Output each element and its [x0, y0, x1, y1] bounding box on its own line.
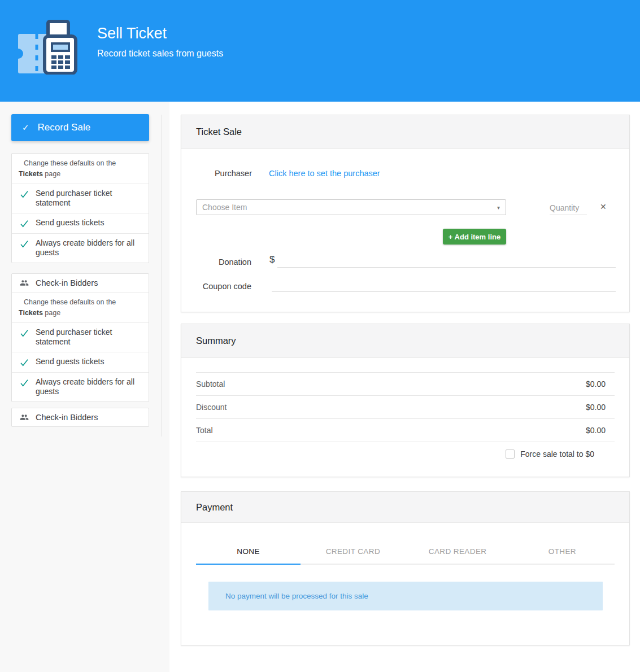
donation-input[interactable]	[277, 254, 616, 268]
list-item[interactable]: Send guests tickets	[12, 352, 149, 372]
summary-title: Summary	[181, 324, 629, 358]
purchaser-label: Purchaser	[181, 169, 252, 178]
choose-item-placeholder: Choose Item	[202, 203, 247, 212]
table-row: Total $0.00	[196, 418, 615, 442]
checkin-bidders-card: Check-in Bidders Change these defaults o…	[11, 273, 149, 402]
payment-title: Payment	[181, 492, 629, 523]
checkin-bidders-card-secondary: Check-in Bidders	[11, 408, 149, 427]
checkin-bidders-header[interactable]: Check-in Bidders	[12, 274, 149, 292]
quantity-input[interactable]	[550, 200, 587, 215]
chevron-down-icon: ▾	[497, 204, 500, 211]
coupon-code-label: Coupon code	[181, 282, 251, 291]
check-icon	[19, 239, 29, 249]
list-item[interactable]: Send purchaser ticket statement	[12, 184, 149, 213]
defaults-note-suffix: page	[43, 170, 60, 178]
list-item[interactable]: Send guests tickets	[12, 213, 149, 233]
no-payment-info-text: No payment will be processed for this sa…	[225, 592, 368, 600]
ticket-sale-title: Ticket Sale	[181, 115, 629, 149]
subtotal-label: Subtotal	[196, 379, 225, 389]
check-icon	[19, 378, 29, 388]
donation-label: Donation	[181, 258, 251, 267]
check-icon	[19, 328, 29, 338]
option-label: Always create bidders for all guests	[36, 377, 143, 397]
option-label: Always create bidders for all guests	[36, 238, 143, 258]
option-label: Send guests tickets	[36, 218, 104, 228]
list-item[interactable]: Always create bidders for all guests	[12, 372, 149, 402]
list-item[interactable]: Send purchaser ticket statement	[12, 322, 149, 352]
table-row: Subtotal $0.00	[196, 372, 615, 395]
no-payment-info-banner: No payment will be processed for this sa…	[208, 582, 603, 610]
table-row: Discount $0.00	[196, 395, 615, 418]
force-zero-checkbox[interactable]	[506, 450, 515, 459]
defaults-note-bold: Tickets	[19, 309, 43, 317]
list-item[interactable]: Always create bidders for all guests	[12, 233, 149, 263]
summary-table: Subtotal $0.00 Discount $0.00 Total $0.0…	[196, 372, 615, 442]
tab-card-reader[interactable]: CARD READER	[406, 539, 510, 564]
checkin-bidders-label: Check-in Bidders	[36, 278, 98, 287]
sidebar-divider	[162, 115, 162, 437]
record-sale-label: Record Sale	[38, 122, 91, 133]
check-icon	[19, 189, 29, 199]
discount-value: $0.00	[586, 403, 615, 412]
payment-tabs: NONE CREDIT CARD CARD READER OTHER	[196, 539, 615, 565]
force-zero-row: Force sale total to $0	[196, 450, 615, 459]
discount-label: Discount	[196, 403, 227, 412]
defaults-note: Change these defaults on the Tickets pag…	[12, 154, 149, 184]
defaults-note-bold: Tickets	[19, 170, 43, 178]
remove-item-line-icon[interactable]: ✕	[600, 202, 607, 211]
tab-credit-card[interactable]: CREDIT CARD	[301, 539, 405, 564]
total-label: Total	[196, 426, 213, 435]
ticket-terminal-icon	[14, 14, 80, 75]
tab-other[interactable]: OTHER	[510, 539, 615, 564]
checkin-bidders-label: Check-in Bidders	[36, 413, 98, 422]
payment-card: Payment NONE CREDIT CARD CARD READER OTH…	[181, 491, 630, 645]
option-label: Send purchaser ticket statement	[36, 189, 143, 208]
subtotal-value: $0.00	[586, 379, 615, 389]
currency-symbol: $	[269, 254, 275, 265]
check-icon: ✓	[22, 123, 29, 133]
check-icon	[19, 219, 29, 229]
add-item-line-button[interactable]: + Add item line	[443, 229, 506, 245]
people-icon	[20, 413, 29, 422]
option-label: Send purchaser ticket statement	[36, 328, 143, 347]
force-zero-label: Force sale total to $0	[520, 450, 594, 459]
summary-card: Summary Subtotal $0.00 Discount $0.00 To…	[181, 324, 630, 477]
ticket-defaults-card: Change these defaults on the Tickets pag…	[11, 153, 149, 263]
total-value: $0.00	[586, 426, 615, 435]
page-title: Sell Ticket	[97, 25, 167, 42]
page-subtitle: Record ticket sales from guests	[97, 49, 223, 59]
record-sale-button[interactable]: ✓ Record Sale	[11, 114, 149, 141]
tab-none[interactable]: NONE	[196, 539, 301, 565]
check-icon	[19, 357, 29, 368]
set-purchaser-link[interactable]: Click here to set the purchaser	[269, 169, 380, 178]
defaults-note-text: Change these defaults on the	[24, 159, 116, 167]
defaults-note-suffix: page	[43, 309, 60, 317]
page-header: Sell Ticket Record ticket sales from gue…	[0, 0, 640, 102]
defaults-note: Change these defaults on the Tickets pag…	[12, 292, 149, 322]
checkin-bidders-header[interactable]: Check-in Bidders	[12, 408, 149, 426]
option-label: Send guests tickets	[36, 357, 104, 367]
choose-item-select[interactable]: Choose Item ▾	[196, 199, 506, 215]
defaults-note-text: Change these defaults on the	[24, 298, 116, 306]
ticket-sale-card: Ticket Sale Purchaser Click here to set …	[181, 115, 630, 312]
coupon-code-input[interactable]	[272, 278, 616, 292]
people-icon	[20, 278, 29, 287]
